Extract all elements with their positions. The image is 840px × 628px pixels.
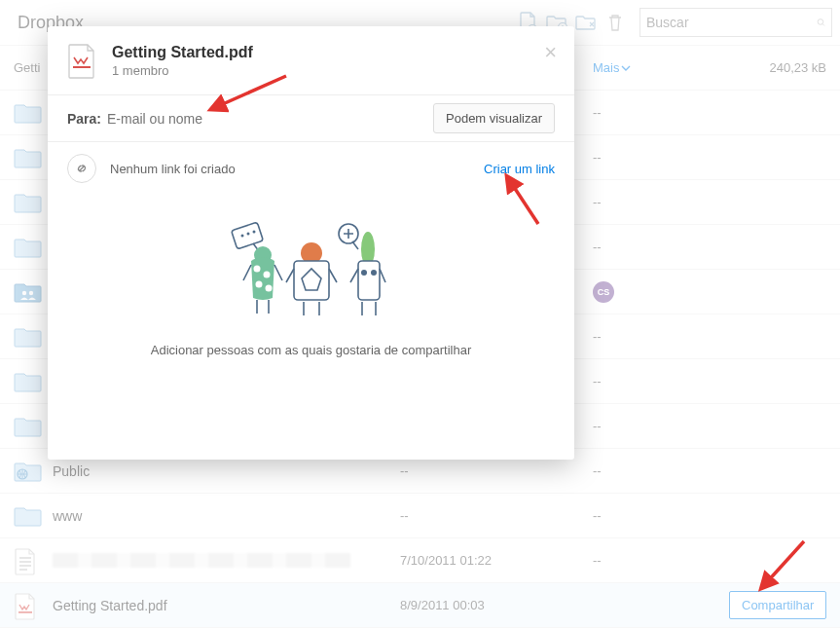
share-recipient-row: Para: Podem visualizar (48, 95, 574, 142)
svg-rect-8 (231, 222, 263, 249)
create-link[interactable]: Criar um link (484, 162, 555, 176)
svg-point-14 (263, 272, 270, 278)
recipient-input[interactable] (107, 111, 433, 127)
modal-caption: Adicionar pessoas com as quais gostaria … (48, 343, 574, 357)
svg-point-10 (246, 233, 249, 236)
close-icon[interactable]: × (544, 40, 557, 65)
svg-point-23 (371, 270, 377, 276)
link-icon (67, 154, 96, 183)
link-row: Nenhum link foi criado Criar um link (48, 142, 574, 195)
para-label: Para: (67, 111, 101, 127)
svg-rect-18 (294, 261, 329, 300)
svg-point-11 (252, 231, 255, 234)
no-link-text: Nenhum link foi criado (110, 162, 470, 176)
svg-point-15 (255, 281, 262, 288)
svg-rect-21 (358, 261, 380, 300)
modal-header: Getting Started.pdf 1 membro × (48, 26, 574, 95)
modal-subtitle: 1 membro (112, 63, 253, 78)
svg-rect-7 (73, 66, 91, 68)
share-illustration (48, 214, 574, 321)
svg-point-22 (361, 270, 367, 276)
svg-point-13 (253, 266, 260, 273)
modal-title: Getting Started.pdf (112, 44, 253, 61)
svg-point-16 (265, 285, 272, 292)
svg-point-9 (240, 235, 243, 238)
share-modal: Getting Started.pdf 1 membro × Para: Pod… (48, 26, 574, 460)
pdf-file-icon (67, 44, 96, 79)
permission-button[interactable]: Podem visualizar (433, 103, 555, 133)
